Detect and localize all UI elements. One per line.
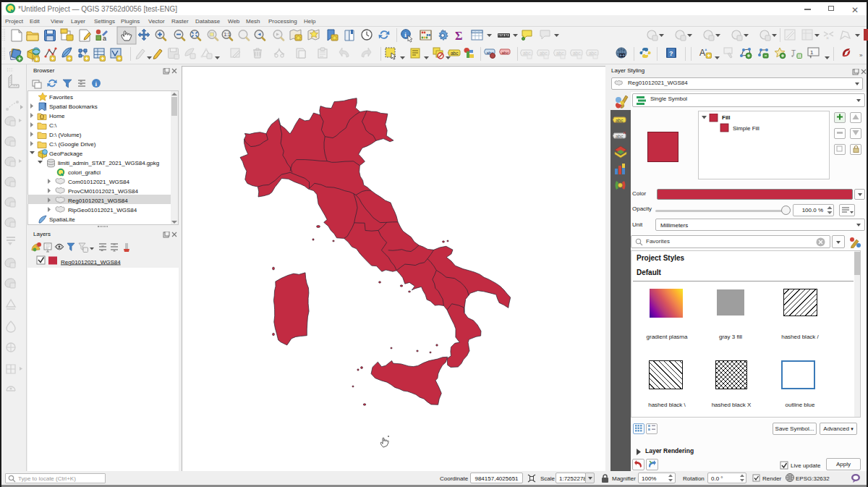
svg-text:C:\: C:\ xyxy=(49,122,57,129)
svg-text:a: a xyxy=(103,35,106,42)
svg-text:»: » xyxy=(859,52,863,59)
svg-text:Σ: Σ xyxy=(455,30,462,42)
svg-text:Home: Home xyxy=(49,113,65,119)
svg-text:1: 1 xyxy=(810,49,814,56)
svg-text:D:\ (Volume): D:\ (Volume) xyxy=(49,132,82,138)
svg-text:RipGeo01012021_WGS84: RipGeo01012021_WGS84 xyxy=(68,207,137,213)
svg-text:Com01012021_WGS84: Com01012021_WGS84 xyxy=(68,179,129,185)
svg-text:1:1: 1:1 xyxy=(224,32,231,37)
svg-text:?: ? xyxy=(669,50,673,57)
svg-text:ProvCM01012021_WGS84: ProvCM01012021_WGS84 xyxy=(68,188,138,195)
svg-text:Reg01012021_WGS84: Reg01012021_WGS84 xyxy=(68,198,128,204)
svg-text:Simple Fill: Simple Fill xyxy=(733,125,760,132)
svg-text:limiti_admin_STAT_2021_WGS84.g: limiti_admin_STAT_2021_WGS84.gpkg xyxy=(58,160,159,166)
svg-text:abc: abc xyxy=(616,118,624,123)
svg-text:abc: abc xyxy=(502,51,509,55)
svg-text:SpatiaLite: SpatiaLite xyxy=(49,216,75,223)
svg-text:C:\ (Google Drive): C:\ (Google Drive) xyxy=(49,141,96,148)
svg-text:Favorites: Favorites xyxy=(49,94,73,101)
svg-text:Spatial Bookmarks: Spatial Bookmarks xyxy=(49,103,98,110)
svg-text:A: A xyxy=(699,48,705,58)
svg-text:PostGIS: PostGIS xyxy=(49,224,71,224)
svg-text:Reg01012021_WGS84: Reg01012021_WGS84 xyxy=(61,259,121,266)
svg-text:×: × xyxy=(826,35,829,41)
svg-text:GeoPackage: GeoPackage xyxy=(49,151,83,157)
svg-text:abc: abc xyxy=(616,134,624,139)
svg-text:Fill: Fill xyxy=(722,114,731,121)
svg-text:colori_grafici: colori_grafici xyxy=(68,169,101,176)
